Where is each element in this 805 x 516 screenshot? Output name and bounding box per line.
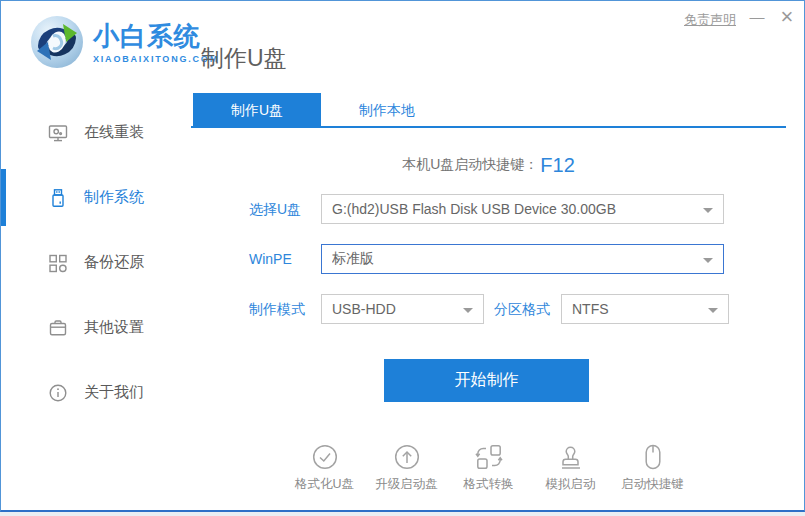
tool-label: 格式化U盘 <box>295 476 354 493</box>
sidebar-item-label: 在线重装 <box>84 123 144 142</box>
mode-select[interactable]: USB-HDD <box>321 294 484 324</box>
mode-select-value: USB-HDD <box>332 301 396 317</box>
close-button[interactable]: × <box>773 3 801 31</box>
usb-select-value: G:(hd2)USB Flash Disk USB Device 30.00GB <box>332 201 616 217</box>
sidebar-item-other-settings[interactable]: 其他设置 <box>1 295 191 360</box>
tool-label: 启动快捷键 <box>621 476 684 493</box>
tool-boot-hotkey[interactable]: 启动快捷键 <box>612 443 694 493</box>
tool-label: 模拟启动 <box>546 476 596 493</box>
tool-upgrade-boot-disk[interactable]: 升级启动盘 <box>366 443 448 493</box>
grid-icon <box>48 253 68 273</box>
app-window: 小白系统 XIAOBAIXITONG.COM 制作U盘 免责声明 — × 在线重… <box>0 0 805 512</box>
sidebar-item-label: 制作系统 <box>84 188 144 207</box>
minimize-button[interactable]: — <box>745 5 769 29</box>
footer-toolbar: 格式化U盘 升级启动盘 格式转换 模拟启 <box>191 443 786 493</box>
partition-select-label: 分区格式 <box>494 294 550 324</box>
hotkey-prefix: 本机U盘启动快捷键： <box>402 156 538 174</box>
chevron-down-icon <box>703 258 713 263</box>
chevron-down-icon <box>708 308 718 313</box>
logo-sphere-icon <box>29 14 85 70</box>
usb-select-label: 选择U盘 <box>249 194 301 224</box>
convert-icon <box>475 443 503 471</box>
sidebar-item-label: 关于我们 <box>84 383 144 402</box>
tab-make-usb[interactable]: 制作U盘 <box>193 93 321 128</box>
app-logo: 小白系统 XIAOBAIXITONG.COM <box>29 14 219 70</box>
tool-label: 升级启动盘 <box>375 476 438 493</box>
tool-simulate-boot[interactable]: 模拟启动 <box>530 443 612 493</box>
stamp-icon <box>557 443 585 471</box>
usb-select[interactable]: G:(hd2)USB Flash Disk USB Device 30.00GB <box>321 194 724 224</box>
tab-make-local[interactable]: 制作本地 <box>323 93 451 128</box>
sidebar-item-make-system[interactable]: 制作系统 <box>1 165 191 230</box>
check-circle-icon <box>311 443 339 471</box>
monitor-icon <box>48 123 68 143</box>
chevron-down-icon <box>463 308 473 313</box>
tool-format-convert[interactable]: 格式转换 <box>448 443 530 493</box>
sidebar-item-label: 备份还原 <box>84 253 144 272</box>
sidebar-item-label: 其他设置 <box>84 318 144 337</box>
partition-select[interactable]: NTFS <box>561 294 729 324</box>
arrow-up-circle-icon <box>393 443 421 471</box>
sidebar-item-about-us[interactable]: 关于我们 <box>1 360 191 425</box>
winpe-select-label: WinPE <box>249 244 292 274</box>
chevron-down-icon <box>703 208 713 213</box>
mouse-icon <box>639 443 667 471</box>
tab-underline <box>191 126 786 128</box>
usb-drive-icon <box>48 188 68 208</box>
sidebar: 在线重装 制作系统 备份还原 <box>1 100 191 425</box>
disclaimer-link[interactable]: 免责声明 <box>684 11 736 29</box>
briefcase-icon <box>48 318 68 338</box>
info-icon <box>48 383 68 403</box>
tool-format-usb[interactable]: 格式化U盘 <box>284 443 366 493</box>
tool-label: 格式转换 <box>464 476 514 493</box>
mode-select-label: 制作模式 <box>249 294 305 324</box>
start-button[interactable]: 开始制作 <box>384 359 589 402</box>
hotkey-hint: 本机U盘启动快捷键： F12 <box>191 150 786 180</box>
page-title: 制作U盘 <box>201 43 287 74</box>
winpe-select[interactable]: 标准版 <box>321 244 724 274</box>
winpe-select-value: 标准版 <box>332 250 374 268</box>
sidebar-item-online-reinstall[interactable]: 在线重装 <box>1 100 191 165</box>
hotkey-key: F12 <box>540 154 574 177</box>
partition-select-value: NTFS <box>572 301 609 317</box>
sidebar-item-backup-restore[interactable]: 备份还原 <box>1 230 191 295</box>
